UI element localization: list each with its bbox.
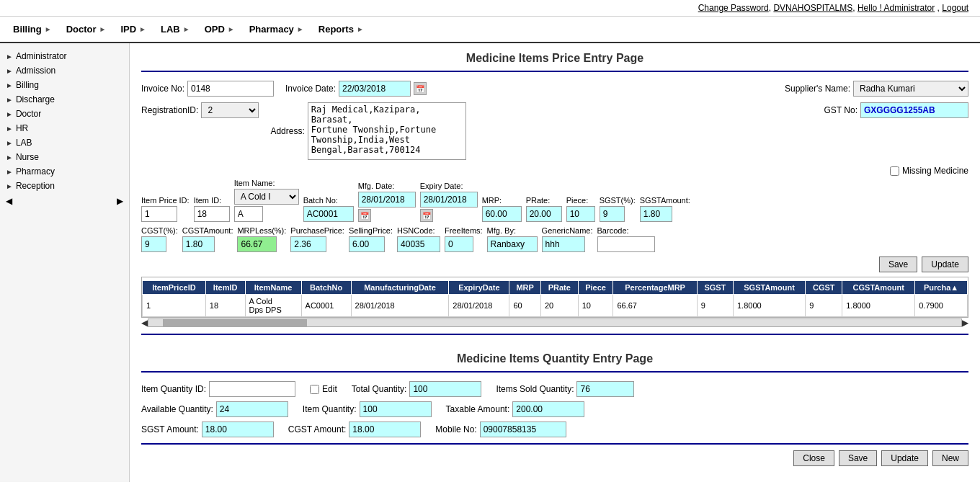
table-scroll-area: ◀ ▶ [141,318,968,328]
nav-lab-arrow: ► [183,25,190,33]
qty-update-button[interactable]: Update [881,450,928,466]
nav-ipd[interactable]: IPD ► [116,21,151,37]
mobile-no-input[interactable] [480,422,566,437]
qty-new-button[interactable]: New [932,450,968,466]
batch-no-input[interactable] [303,206,354,222]
sidebar-item-discharge[interactable]: ► Discharge [0,92,129,107]
mfg-date-input[interactable] [358,192,416,208]
sgst-amount-qty-input[interactable] [202,422,274,437]
invoice-date-calendar-icon[interactable]: 📅 [414,82,427,95]
purchase-price-input[interactable] [290,236,326,252]
sidebar-item-administrator[interactable]: ► Administrator [0,49,129,63]
invoice-date-input[interactable] [339,81,411,97]
item-qty-input[interactable] [360,401,432,417]
change-password-link[interactable]: Change Password [698,3,769,13]
td-item-price-id: 1 [143,295,206,317]
total-qty-input[interactable] [409,381,481,397]
horizontal-scrollbar[interactable] [148,318,962,327]
free-items-input[interactable] [445,236,473,252]
invoice-date-group: Invoice Date: 📅 [285,81,427,97]
price-save-button[interactable]: Save [879,257,917,272]
address-textarea[interactable]: Raj Medical,Kazipara, Barasat, Fortune T… [308,102,466,160]
piece-input[interactable] [566,206,595,222]
th-sgst: SGST [697,281,733,295]
scroll-left-arrow[interactable]: ◀ [141,318,148,328]
sidebar-bullet: ► [6,168,13,176]
sgst-group: SGST(%): [600,196,636,222]
items-sold-input[interactable] [576,381,634,397]
cgst-input[interactable] [141,236,166,252]
sgst-input[interactable] [600,206,625,222]
item-name-select[interactable]: A Cold I [234,189,299,205]
nav-opd[interactable]: OPD ► [200,21,239,37]
td-purcha: 0.7900 [915,295,968,317]
sidebar-item-lab[interactable]: ► LAB [0,135,129,150]
mfg-by-input[interactable] [487,236,538,252]
nav-pharmacy[interactable]: Pharmacy ► [245,21,308,37]
batch-no-label: Batch No: [303,196,354,205]
available-qty-input[interactable] [216,401,288,417]
sidebar-bullet: ► [6,182,13,190]
generic-name-input[interactable] [542,236,585,252]
cgst-amount-qty-input[interactable] [349,422,421,437]
price-form-row2: RegistrationID: 2 Address: Raj Medical,K… [141,102,968,160]
expiry-date-calendar-icon[interactable]: 📅 [420,209,433,222]
nav-reports[interactable]: Reports ► [314,21,368,37]
sgst-amount-label: SGSTAmount: [640,196,690,205]
barcode-input[interactable] [597,236,655,252]
th-percentage-mrp: PercentageMRP [613,281,697,295]
sidebar-item-billing[interactable]: ► Billing [0,78,129,92]
mfg-by-group: Mfg. By: [487,226,538,252]
nav-doctor[interactable]: Doctor ► [62,21,111,37]
qty-form-row1: Item Quantity ID: Edit Total Quantity: I… [141,381,968,397]
scroll-right-arrow[interactable]: ▶ [962,318,968,328]
hospital-name: DVNAHOSPITALMS [773,3,852,13]
mrp-less-input[interactable] [237,236,277,252]
selling-price-label: SellingPrice: [349,226,393,235]
prate-input[interactable] [526,206,562,222]
qty-close-button[interactable]: Close [793,450,834,466]
edit-checkbox[interactable] [310,385,319,394]
total-qty-group: Total Quantity: [352,381,482,397]
invoice-no-input[interactable] [187,81,274,97]
item-name-input2[interactable] [234,206,263,222]
cgst-amount-label: CGSTAmount: [182,226,233,235]
price-update-button[interactable]: Update [922,257,968,272]
sidebar-item-admission[interactable]: ► Admission [0,63,129,78]
sidebar-item-pharmacy[interactable]: ► Pharmacy [0,164,129,179]
taxable-amount-input[interactable] [512,401,584,417]
item-price-id-input[interactable] [141,206,177,222]
supplier-select[interactable]: Radha Kumari [853,81,968,97]
sgst-amount-input[interactable] [640,206,672,222]
td-expiry-date: 28/01/2018 [449,295,509,317]
nav-lab[interactable]: LAB ► [156,21,195,37]
logout-link[interactable]: Logout [942,3,968,13]
missing-medicine-checkbox[interactable] [890,166,899,176]
qty-entry-title: Medicine Items Quantity Entry Page [141,344,968,373]
sidebar-item-nurse[interactable]: ► Nurse [0,150,129,164]
mrp-less-label: MRPLess(%): [237,226,286,235]
cgst-amount-input[interactable] [182,236,215,252]
hsn-code-input[interactable] [397,236,440,252]
address-label: Address: [270,126,304,136]
registration-id-select[interactable]: 2 [201,102,259,118]
gst-input[interactable] [860,102,968,118]
item-id-input[interactable] [194,206,230,222]
greeting: Hello ! Administrator [858,3,935,13]
td-cgst-amount: 1.8000 [842,295,915,317]
expiry-date-input[interactable] [420,192,478,208]
sidebar-item-hr[interactable]: ► HR [0,121,129,135]
sidebar-item-doctor[interactable]: ► Doctor [0,107,129,121]
nav-billing[interactable]: Billing ► [9,21,56,37]
qty-save-button[interactable]: Save [839,450,877,466]
sidebar-bullet: ► [6,139,13,147]
qty-form-row3: SGST Amount: CGST Amount: Mobile No: [141,422,968,437]
mrp-input[interactable] [482,206,522,222]
mfg-date-calendar-icon[interactable]: 📅 [358,209,371,222]
sidebar-toggle[interactable]: ◀ ▶ [0,193,129,209]
table-row[interactable]: 1 18 A ColdDps DPS AC0001 28/01/2018 28/… [143,295,968,317]
td-item-id: 18 [205,295,245,317]
sidebar-item-reception[interactable]: ► Reception [0,179,129,193]
item-qty-id-input[interactable] [209,381,295,397]
selling-price-input[interactable] [349,236,385,252]
